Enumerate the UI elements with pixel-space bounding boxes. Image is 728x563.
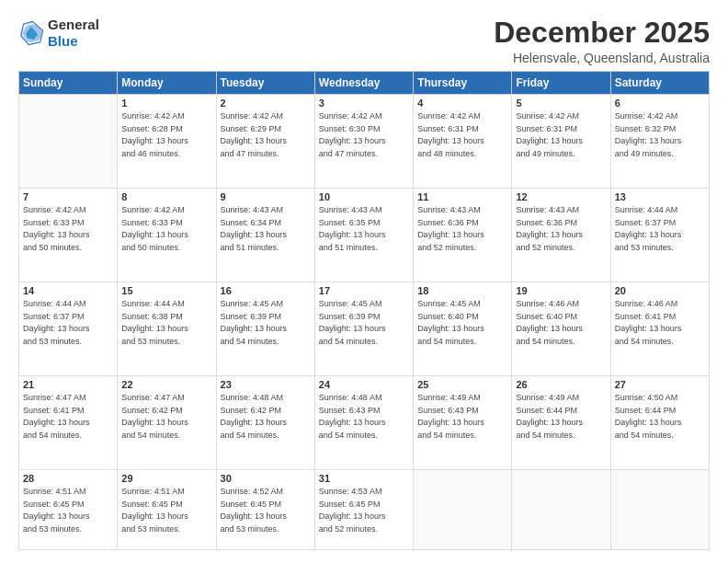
table-row: 28Sunrise: 4:51 AMSunset: 6:45 PMDayligh… [19,470,118,550]
day-number: 21 [23,379,113,390]
day-number: 11 [417,191,507,202]
day-number: 10 [319,191,409,202]
day-info: Sunrise: 4:42 AMSunset: 6:29 PMDaylight:… [221,110,311,160]
table-row: 29Sunrise: 4:51 AMSunset: 6:45 PMDayligh… [118,470,216,550]
table-row: 15Sunrise: 4:44 AMSunset: 6:38 PMDayligh… [118,282,216,376]
table-row: 6Sunrise: 4:42 AMSunset: 6:32 PMDaylight… [610,95,709,189]
day-info: Sunrise: 4:42 AMSunset: 6:28 PMDaylight:… [121,110,211,160]
table-row [19,95,118,189]
day-info: Sunrise: 4:44 AMSunset: 6:38 PMDaylight:… [121,298,211,348]
table-row: 7Sunrise: 4:42 AMSunset: 6:33 PMDaylight… [19,189,118,282]
logo: General Blue [18,17,99,50]
day-number: 14 [23,285,113,296]
day-info: Sunrise: 4:42 AMSunset: 6:33 PMDaylight:… [23,204,113,254]
table-row: 22Sunrise: 4:47 AMSunset: 6:42 PMDayligh… [118,376,216,470]
table-row: 24Sunrise: 4:48 AMSunset: 6:43 PMDayligh… [314,376,413,470]
calendar-table: Sunday Monday Tuesday Wednesday Thursday… [18,71,710,550]
day-info: Sunrise: 4:45 AMSunset: 6:39 PMDaylight:… [221,298,311,348]
table-row: 31Sunrise: 4:53 AMSunset: 6:45 PMDayligh… [314,470,413,550]
table-row: 4Sunrise: 4:42 AMSunset: 6:31 PMDaylight… [414,95,512,189]
day-info: Sunrise: 4:42 AMSunset: 6:31 PMDaylight:… [516,110,606,160]
day-number: 26 [516,379,606,390]
col-tuesday: Tuesday [216,72,314,95]
table-row: 27Sunrise: 4:50 AMSunset: 6:44 PMDayligh… [610,376,709,470]
day-info: Sunrise: 4:48 AMSunset: 6:43 PMDaylight:… [319,392,409,442]
day-info: Sunrise: 4:44 AMSunset: 6:37 PMDaylight:… [23,298,113,348]
table-row: 21Sunrise: 4:47 AMSunset: 6:41 PMDayligh… [19,376,118,470]
table-row: 20Sunrise: 4:46 AMSunset: 6:41 PMDayligh… [610,282,709,376]
title-block: December 2025 Helensvale, Queensland, Au… [494,17,710,65]
day-info: Sunrise: 4:43 AMSunset: 6:36 PMDaylight:… [516,204,606,254]
day-info: Sunrise: 4:42 AMSunset: 6:32 PMDaylight:… [615,110,705,160]
logo-icon [18,20,44,46]
day-number: 1 [121,98,211,109]
day-number: 22 [121,379,211,390]
day-number: 15 [121,285,211,296]
col-sunday: Sunday [19,72,118,95]
day-info: Sunrise: 4:52 AMSunset: 6:45 PMDaylight:… [221,486,311,535]
day-number: 20 [615,285,705,296]
day-info: Sunrise: 4:43 AMSunset: 6:35 PMDaylight:… [319,204,409,254]
day-info: Sunrise: 4:49 AMSunset: 6:44 PMDaylight:… [516,392,606,442]
day-info: Sunrise: 4:42 AMSunset: 6:31 PMDaylight:… [417,110,507,160]
day-info: Sunrise: 4:47 AMSunset: 6:41 PMDaylight:… [23,392,113,442]
day-number: 3 [319,98,409,109]
table-row: 30Sunrise: 4:52 AMSunset: 6:45 PMDayligh… [216,470,314,550]
day-number: 28 [23,473,113,484]
day-number: 29 [121,473,211,484]
table-row: 2Sunrise: 4:42 AMSunset: 6:29 PMDaylight… [216,95,314,189]
day-info: Sunrise: 4:46 AMSunset: 6:41 PMDaylight:… [615,298,705,348]
col-thursday: Thursday [414,72,512,95]
day-info: Sunrise: 4:48 AMSunset: 6:42 PMDaylight:… [221,392,311,442]
day-number: 4 [417,98,507,109]
day-number: 7 [23,191,113,202]
col-friday: Friday [512,72,610,95]
day-info: Sunrise: 4:51 AMSunset: 6:45 PMDaylight:… [23,486,113,535]
calendar-header-row: Sunday Monday Tuesday Wednesday Thursday… [19,72,710,95]
location: Helensvale, Queensland, Australia [494,51,710,65]
table-row: 10Sunrise: 4:43 AMSunset: 6:35 PMDayligh… [314,189,413,282]
table-row: 14Sunrise: 4:44 AMSunset: 6:37 PMDayligh… [19,282,118,376]
day-number: 13 [615,191,705,202]
day-number: 12 [516,191,606,202]
table-row: 13Sunrise: 4:44 AMSunset: 6:37 PMDayligh… [610,189,709,282]
day-info: Sunrise: 4:44 AMSunset: 6:37 PMDaylight:… [615,204,705,254]
month-title: December 2025 [494,17,710,49]
table-row: 12Sunrise: 4:43 AMSunset: 6:36 PMDayligh… [512,189,610,282]
table-row: 18Sunrise: 4:45 AMSunset: 6:40 PMDayligh… [414,282,512,376]
day-number: 23 [221,379,311,390]
table-row: 8Sunrise: 4:42 AMSunset: 6:33 PMDaylight… [118,189,216,282]
col-wednesday: Wednesday [314,72,413,95]
day-info: Sunrise: 4:43 AMSunset: 6:34 PMDaylight:… [221,204,311,254]
day-info: Sunrise: 4:49 AMSunset: 6:43 PMDaylight:… [417,392,507,442]
day-number: 9 [221,191,311,202]
col-monday: Monday [118,72,216,95]
logo-text: General Blue [48,17,99,50]
day-number: 18 [417,285,507,296]
header: General Blue December 2025 Helensvale, Q… [18,17,710,65]
table-row [512,470,610,550]
day-number: 24 [319,379,409,390]
table-row: 25Sunrise: 4:49 AMSunset: 6:43 PMDayligh… [414,376,512,470]
day-info: Sunrise: 4:50 AMSunset: 6:44 PMDaylight:… [615,392,705,442]
table-row: 3Sunrise: 4:42 AMSunset: 6:30 PMDaylight… [314,95,413,189]
day-number: 16 [221,285,311,296]
table-row: 23Sunrise: 4:48 AMSunset: 6:42 PMDayligh… [216,376,314,470]
day-number: 5 [516,98,606,109]
day-number: 6 [615,98,705,109]
day-number: 2 [221,98,311,109]
day-info: Sunrise: 4:47 AMSunset: 6:42 PMDaylight:… [121,392,211,442]
table-row: 1Sunrise: 4:42 AMSunset: 6:28 PMDaylight… [118,95,216,189]
table-row: 9Sunrise: 4:43 AMSunset: 6:34 PMDaylight… [216,189,314,282]
day-number: 30 [221,473,311,484]
table-row [610,470,709,550]
day-info: Sunrise: 4:53 AMSunset: 6:45 PMDaylight:… [319,486,409,535]
day-info: Sunrise: 4:51 AMSunset: 6:45 PMDaylight:… [121,486,211,535]
day-number: 8 [121,191,211,202]
day-number: 25 [417,379,507,390]
table-row [414,470,512,550]
day-number: 31 [319,473,409,484]
day-info: Sunrise: 4:46 AMSunset: 6:40 PMDaylight:… [516,298,606,348]
table-row: 11Sunrise: 4:43 AMSunset: 6:36 PMDayligh… [414,189,512,282]
col-saturday: Saturday [610,72,709,95]
